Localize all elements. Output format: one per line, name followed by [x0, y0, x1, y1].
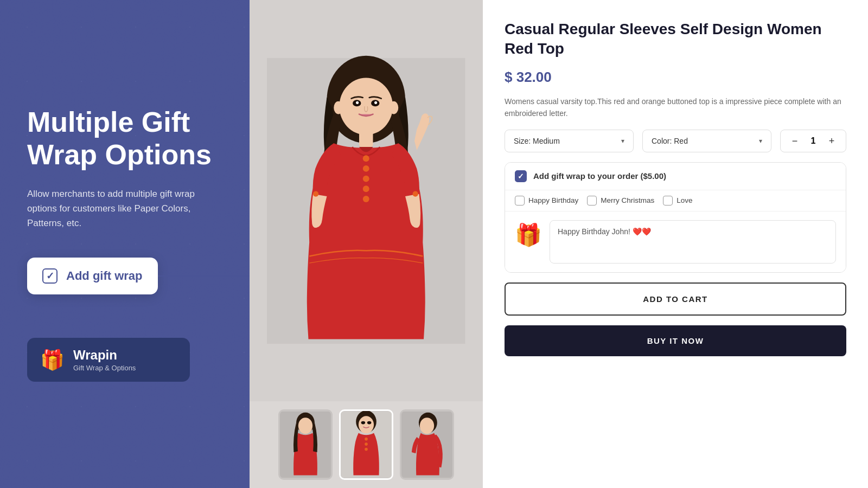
brand-badge: 🎁 Wrapin Gift Wrap & Options: [27, 338, 190, 382]
hero-title: Multiple Gift Wrap Options: [27, 106, 222, 171]
occasion-love[interactable]: Love: [663, 196, 692, 206]
product-thumbnails: [250, 401, 483, 488]
product-details: Casual Regular Sleeves Self Design Women…: [483, 0, 868, 488]
thumbnail-2[interactable]: [339, 409, 393, 480]
add-to-cart-button[interactable]: ADD TO CART: [505, 282, 846, 316]
product-main-image: [250, 0, 483, 401]
quantity-decrease-button[interactable]: −: [788, 134, 801, 147]
quantity-value: 1: [808, 136, 819, 146]
gift-message-area: 🎁 Happy Birthday John! ❤️❤️: [505, 211, 846, 272]
svg-point-14: [363, 196, 369, 202]
gift-wrap-checkmark-icon: ✓: [518, 172, 524, 181]
gift-box-icon: 🎁: [515, 222, 542, 248]
brand-text: Wrapin Gift Wrap & Options: [73, 348, 136, 372]
love-checkbox[interactable]: [663, 196, 673, 206]
brand-gift-icon: 🎁: [40, 349, 65, 371]
size-select[interactable]: Size: Medium ▾: [505, 130, 634, 152]
svg-point-6: [356, 101, 359, 104]
occasion-merry-christmas[interactable]: Merry Christmas: [587, 196, 654, 206]
product-description: Womens casual varsity top.This red and o…: [505, 95, 846, 120]
quantity-increase-button[interactable]: +: [825, 134, 838, 147]
product-image-section: [250, 0, 483, 488]
color-chevron-icon: ▾: [759, 137, 762, 145]
controls-row: Size: Medium ▾ Color: Red ▾ − 1 +: [505, 130, 846, 152]
gift-wrap-order-label: Add gift wrap to your order ($5.00): [533, 171, 666, 181]
svg-point-26: [361, 421, 366, 425]
svg-point-10: [363, 155, 369, 162]
product-card: Casual Regular Sleeves Self Design Women…: [250, 0, 868, 488]
svg-point-13: [363, 185, 369, 192]
gift-wrap-section: ✓ Add gift wrap to your order ($5.00) Ha…: [505, 162, 846, 273]
brand-name: Wrapin: [73, 348, 136, 363]
occasion-happy-birthday[interactable]: Happy Birthday: [515, 196, 578, 206]
checkmark-icon: ✓: [46, 270, 54, 282]
color-label: Color: Red: [652, 137, 688, 145]
merry-christmas-checkbox[interactable]: [587, 196, 597, 206]
gift-wrap-card-checkbox[interactable]: ✓: [42, 268, 58, 284]
love-label: Love: [676, 196, 692, 204]
quantity-control: − 1 +: [780, 130, 846, 152]
svg-point-16: [413, 191, 418, 196]
svg-point-9: [390, 101, 399, 114]
thumbnail-1[interactable]: [278, 409, 333, 480]
svg-point-2: [340, 78, 393, 134]
occasion-row: Happy Birthday Merry Christmas Love: [505, 190, 846, 211]
svg-point-12: [363, 175, 369, 182]
svg-point-25: [365, 448, 368, 451]
size-chevron-icon: ▾: [621, 137, 624, 145]
gift-wrap-order-header[interactable]: ✓ Add gift wrap to your order ($5.00): [505, 163, 846, 190]
size-label: Size: Medium: [514, 137, 560, 145]
svg-point-8: [334, 101, 343, 114]
svg-point-11: [363, 165, 369, 172]
svg-point-15: [313, 191, 318, 196]
svg-point-22: [359, 416, 374, 433]
gift-wrap-promo-card[interactable]: ✓ Add gift wrap: [27, 258, 158, 294]
svg-point-30: [420, 418, 434, 434]
happy-birthday-label: Happy Birthday: [528, 196, 578, 204]
color-select[interactable]: Color: Red ▾: [642, 130, 771, 152]
happy-birthday-checkbox[interactable]: [515, 196, 525, 206]
hero-section: Multiple Gift Wrap Options Allow merchan…: [0, 74, 250, 414]
buy-now-button[interactable]: BUY IT NOW: [505, 325, 846, 356]
product-price: $ 32.00: [505, 69, 846, 86]
gift-message-input[interactable]: Happy Birthday John! ❤️❤️: [550, 220, 836, 264]
svg-point-24: [365, 442, 368, 446]
svg-point-7: [374, 101, 377, 104]
svg-point-27: [367, 421, 372, 425]
product-image-svg: [267, 16, 465, 386]
gift-wrap-order-checkbox[interactable]: ✓: [515, 170, 527, 182]
brand-tagline: Gift Wrap & Options: [73, 364, 136, 372]
hero-description: Allow merchants to add multiple gift wra…: [27, 187, 222, 231]
svg-point-19: [298, 418, 312, 434]
product-title: Casual Regular Sleeves Self Design Women…: [505, 20, 846, 59]
thumbnail-3[interactable]: [400, 409, 454, 480]
svg-point-23: [365, 438, 368, 441]
merry-christmas-label: Merry Christmas: [601, 196, 654, 204]
svg-rect-3: [359, 131, 373, 147]
gift-wrap-card-label: Add gift wrap: [66, 269, 143, 283]
